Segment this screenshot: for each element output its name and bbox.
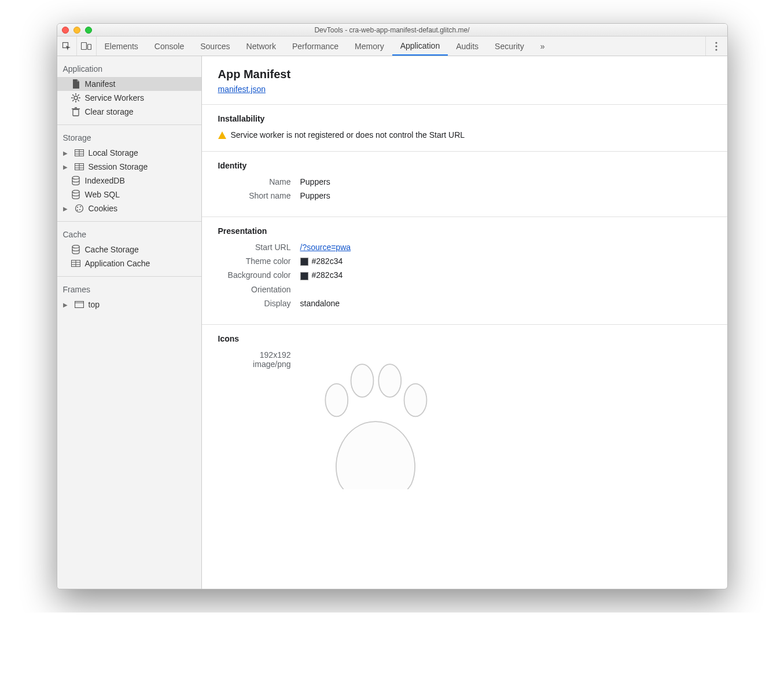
window-maximize-button[interactable] bbox=[85, 27, 92, 34]
svg-line-12 bbox=[78, 100, 79, 101]
sidebar-item-cookies[interactable]: ▶ Cookies bbox=[57, 201, 201, 215]
frame-icon bbox=[75, 300, 84, 309]
sidebar-item-label: Cache Storage bbox=[85, 245, 139, 254]
manifest-panel: App Manifest manifest.json Installabilit… bbox=[202, 56, 727, 589]
sidebar-item-label: Service Workers bbox=[85, 93, 144, 102]
svg-point-26 bbox=[72, 177, 79, 179]
svg-point-33 bbox=[72, 245, 79, 248]
warning-icon bbox=[218, 131, 226, 139]
identity-name-row: Name Puppers bbox=[202, 177, 727, 186]
color-swatch bbox=[300, 272, 308, 280]
sidebar-item-label: Web SQL bbox=[85, 190, 120, 199]
tab-audits[interactable]: Audits bbox=[448, 36, 487, 56]
database-icon bbox=[71, 245, 80, 254]
sidebar-item-label: Clear storage bbox=[85, 107, 134, 116]
sidebar-item-top-frame[interactable]: ▶ top bbox=[57, 298, 201, 311]
sidebar-item-label: Application Cache bbox=[85, 259, 150, 268]
window-close-button[interactable] bbox=[62, 27, 69, 34]
devtools-menu-button[interactable] bbox=[705, 36, 727, 56]
sidebar-item-local-storage[interactable]: ▶ Local Storage bbox=[57, 146, 201, 160]
tab-memory[interactable]: Memory bbox=[347, 36, 392, 56]
section-heading: Presentation bbox=[218, 226, 727, 236]
tab-performance[interactable]: Performance bbox=[284, 36, 347, 56]
field-label: Short name bbox=[202, 191, 300, 200]
expand-triangle-icon[interactable]: ▶ bbox=[63, 164, 69, 170]
sidebar-item-web-sql[interactable]: Web SQL bbox=[57, 188, 201, 201]
panel-heading: App Manifest bbox=[218, 68, 727, 81]
svg-point-30 bbox=[80, 206, 81, 207]
field-value: standalone bbox=[300, 299, 340, 308]
table-icon bbox=[71, 259, 80, 268]
paw-icon bbox=[300, 356, 451, 489]
window-traffic-lights bbox=[62, 27, 92, 34]
sidebar-item-clear-storage[interactable]: Clear storage bbox=[57, 105, 201, 119]
window-minimize-button[interactable] bbox=[73, 27, 80, 34]
field-value: #282c34 bbox=[300, 270, 343, 280]
installability-warning: Service worker is not registered or does… bbox=[218, 130, 727, 140]
tab-application[interactable]: Application bbox=[392, 36, 448, 56]
section-heading: Installability bbox=[218, 114, 727, 123]
devtools-window: DevTools - cra-web-app-manifest-defaut.g… bbox=[57, 23, 728, 589]
svg-line-11 bbox=[72, 94, 73, 96]
field-label: Start URL bbox=[202, 243, 300, 252]
tab-console[interactable]: Console bbox=[146, 36, 192, 56]
svg-point-31 bbox=[79, 209, 80, 210]
sidebar-item-label: IndexedDB bbox=[85, 176, 125, 185]
tab-network[interactable]: Network bbox=[238, 36, 284, 56]
svg-point-4 bbox=[715, 45, 717, 47]
identity-short-name-row: Short name Puppers bbox=[202, 191, 727, 200]
field-value: Puppers bbox=[300, 177, 330, 186]
orientation-row: Orientation bbox=[202, 285, 727, 294]
database-icon bbox=[71, 190, 80, 199]
icon-mime: image/png bbox=[202, 360, 291, 369]
sidebar-group-cache: Cache Cache Storage Application Cache bbox=[57, 221, 201, 276]
background-color-row: Background color #282c34 bbox=[202, 270, 727, 280]
color-hex: #282c34 bbox=[312, 256, 343, 266]
section-heading: Icons bbox=[218, 334, 727, 343]
inspect-element-button[interactable] bbox=[57, 36, 77, 56]
sidebar-item-manifest[interactable]: Manifest bbox=[57, 77, 201, 91]
window-titlebar: DevTools - cra-web-app-manifest-defaut.g… bbox=[57, 24, 727, 36]
svg-point-32 bbox=[77, 210, 78, 211]
gear-icon bbox=[71, 93, 80, 102]
devtools-body: Application Manifest Service Workers bbox=[57, 56, 727, 589]
tabs-overflow-button[interactable]: » bbox=[535, 36, 551, 56]
icon-meta: 192x192 image/png bbox=[202, 350, 300, 489]
start-url-link[interactable]: /?source=pwa bbox=[300, 243, 351, 252]
sidebar-item-application-cache[interactable]: Application Cache bbox=[57, 256, 201, 270]
sidebar-group-storage: Storage ▶ Local Storage ▶ Session Storag… bbox=[57, 124, 201, 221]
installability-section: Installability Service worker is not reg… bbox=[202, 104, 727, 151]
expand-triangle-icon[interactable]: ▶ bbox=[63, 150, 69, 156]
sidebar-item-session-storage[interactable]: ▶ Session Storage bbox=[57, 160, 201, 174]
devtools-tabs: Elements Console Sources Network Perform… bbox=[97, 36, 551, 56]
svg-point-29 bbox=[77, 207, 78, 208]
sidebar-section-frames: Frames bbox=[57, 279, 201, 298]
svg-line-14 bbox=[78, 94, 79, 96]
sidebar-item-indexeddb[interactable]: IndexedDB bbox=[57, 174, 201, 188]
svg-point-43 bbox=[404, 383, 426, 416]
sidebar-item-cache-storage[interactable]: Cache Storage bbox=[57, 243, 201, 256]
svg-point-41 bbox=[351, 364, 373, 397]
tab-elements[interactable]: Elements bbox=[97, 36, 146, 56]
sidebar-item-label: Local Storage bbox=[89, 148, 138, 157]
svg-line-13 bbox=[72, 100, 73, 101]
color-hex: #282c34 bbox=[312, 270, 343, 280]
trash-icon bbox=[71, 107, 80, 116]
sidebar-item-service-workers[interactable]: Service Workers bbox=[57, 91, 201, 105]
expand-triangle-icon[interactable]: ▶ bbox=[63, 206, 69, 212]
sidebar-section-cache: Cache bbox=[57, 224, 201, 243]
devtools-toolbar: Elements Console Sources Network Perform… bbox=[57, 36, 727, 56]
start-url-row: Start URL /?source=pwa bbox=[202, 243, 727, 252]
presentation-section: Presentation Start URL /?source=pwa Them… bbox=[202, 217, 727, 324]
tab-sources[interactable]: Sources bbox=[192, 36, 238, 56]
manifest-link[interactable]: manifest.json bbox=[218, 85, 727, 94]
field-label: Display bbox=[202, 299, 300, 308]
device-toolbar-button[interactable] bbox=[77, 36, 97, 56]
expand-triangle-icon[interactable]: ▶ bbox=[63, 302, 69, 308]
sidebar-item-label: Cookies bbox=[89, 204, 118, 213]
svg-point-5 bbox=[715, 49, 717, 50]
svg-point-3 bbox=[715, 42, 717, 43]
svg-point-40 bbox=[325, 383, 348, 416]
svg-rect-2 bbox=[88, 44, 91, 49]
tab-security[interactable]: Security bbox=[487, 36, 532, 56]
